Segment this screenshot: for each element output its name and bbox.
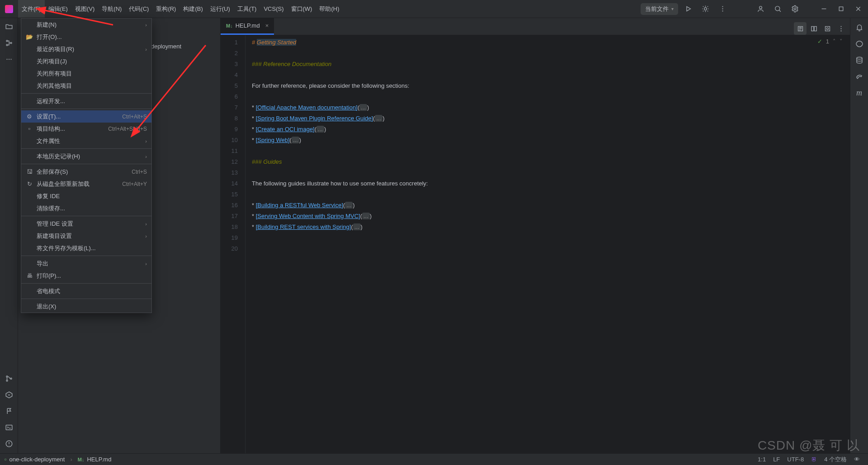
menu-save-all[interactable]: 🖫全部保存(S)Ctrl+S xyxy=(21,166,151,178)
menu-tools[interactable]: 工具(T) xyxy=(234,0,260,18)
menu-new[interactable]: 新建(N)› xyxy=(21,19,151,31)
reload-icon: ↻ xyxy=(26,180,33,188)
menu-open[interactable]: 📂打开(O)... xyxy=(21,31,151,43)
split-view-icon[interactable] xyxy=(807,22,820,35)
maven-tool-icon[interactable]: m xyxy=(854,88,864,98)
tab-help-md[interactable]: M↓ HELP.md × xyxy=(221,18,274,35)
project-tool-icon[interactable] xyxy=(4,22,14,32)
menu-export[interactable]: 导出› xyxy=(21,257,151,270)
editor-body[interactable]: ✓ 1 ˄ ˅ 1234567891011121314151617181920 … xyxy=(221,35,850,453)
menu-close-other-projects[interactable]: 关闭其他项目 xyxy=(21,80,151,92)
menu-reload-disk[interactable]: ↻从磁盘全部重新加载Ctrl+Alt+Y xyxy=(21,178,151,190)
menu-window[interactable]: 窗口(W) xyxy=(288,0,316,18)
git-tool-icon[interactable] xyxy=(4,374,14,384)
menu-invalidate-caches[interactable]: 清除缓存... xyxy=(21,202,151,214)
caret-position[interactable]: 1:1 xyxy=(758,456,766,463)
menu-print[interactable]: 🖶打印(P)... xyxy=(21,270,151,282)
menu-manage-ide-settings[interactable]: 管理 IDE 设置› xyxy=(21,218,151,230)
menu-help[interactable]: 帮助(H) xyxy=(316,0,343,18)
svg-point-15 xyxy=(6,380,8,381)
project-icon: ▫ xyxy=(5,456,7,463)
indent-info[interactable]: 4 个空格 xyxy=(824,456,847,464)
line-ending[interactable]: LF xyxy=(773,456,780,463)
menu-power-save[interactable]: 省电模式 xyxy=(21,285,151,297)
chevron-down-icon: ▾ xyxy=(671,6,674,11)
menu-build[interactable]: 构建(B) xyxy=(179,0,206,18)
database-icon[interactable] xyxy=(854,55,864,65)
left-tool-rail xyxy=(0,18,18,453)
inspection-count: 1 xyxy=(826,38,829,45)
settings-icon[interactable] xyxy=(788,2,802,16)
menu-view[interactable]: 视图(V) xyxy=(71,0,98,18)
more-icon[interactable] xyxy=(715,2,730,16)
breadcrumb-file[interactable]: HELP.md xyxy=(87,456,111,463)
menu-close-all-projects[interactable]: 关闭所有项目 xyxy=(21,67,151,80)
menu-file[interactable]: 文件(F) xyxy=(18,0,45,18)
svg-point-26 xyxy=(840,30,841,31)
close-window-icon[interactable] xyxy=(851,2,865,16)
menu-run[interactable]: 运行(U) xyxy=(207,0,234,18)
svg-point-12 xyxy=(8,59,9,60)
gradle-tool-icon[interactable] xyxy=(854,71,864,81)
svg-point-5 xyxy=(775,6,779,11)
more-tools-icon[interactable] xyxy=(4,54,14,64)
menu-vcs[interactable]: VCS(S) xyxy=(260,0,287,18)
menu-project-structure[interactable]: ▫项目结构...Ctrl+Alt+Shift+S xyxy=(21,123,151,135)
chevron-up-icon[interactable]: ˄ xyxy=(833,38,836,45)
gear-icon: ⚙ xyxy=(26,113,33,120)
preview-only-view-icon[interactable] xyxy=(821,22,834,35)
svg-point-27 xyxy=(857,57,862,59)
editor-more-icon[interactable] xyxy=(835,22,847,35)
markdown-icon: M↓ xyxy=(226,23,233,28)
account-icon[interactable] xyxy=(753,2,768,16)
menu-close-project[interactable]: 关闭项目(J) xyxy=(21,55,151,67)
build-tool-icon[interactable] xyxy=(4,406,14,416)
chevron-right-icon: › xyxy=(145,138,147,144)
menu-remote-dev[interactable]: 远程开发... xyxy=(21,95,151,107)
code-content[interactable]: # Getting Started ### Reference Document… xyxy=(245,35,428,453)
folder-open-icon: 📂 xyxy=(26,33,33,41)
search-icon[interactable] xyxy=(770,2,785,16)
terminal-tool-icon[interactable] xyxy=(4,422,14,432)
shield-icon[interactable]: ⛨ xyxy=(811,456,817,463)
chevron-right-icon: › xyxy=(145,47,147,52)
svg-point-3 xyxy=(722,10,723,11)
editor-tabs: M↓ HELP.md × xyxy=(221,18,850,35)
reader-mode-icon[interactable]: 👁 xyxy=(854,456,860,463)
inspection-widget[interactable]: ✓ 1 ˄ ˅ xyxy=(817,38,843,45)
menu-save-as-template[interactable]: 将文件另存为模板(L)... xyxy=(21,242,151,254)
svg-rect-21 xyxy=(814,26,816,31)
menu-repair-ide[interactable]: 修复 IDE xyxy=(21,190,151,202)
menu-file-properties[interactable]: 文件属性› xyxy=(21,135,151,147)
notifications-icon[interactable] xyxy=(854,23,864,33)
breadcrumb-project[interactable]: one-click-deployment xyxy=(9,456,65,463)
menu-new-project-settings[interactable]: 新建项目设置› xyxy=(21,230,151,242)
menu-edit[interactable]: 编辑(E) xyxy=(45,0,71,18)
chevron-right-icon: › xyxy=(145,22,147,28)
file-encoding[interactable]: UTF-8 xyxy=(787,456,804,463)
svg-rect-20 xyxy=(811,26,813,31)
run-config-chip[interactable]: 当前文件 ▾ xyxy=(641,3,678,15)
editor-only-view-icon[interactable] xyxy=(794,22,807,35)
menu-local-history[interactable]: 本地历史记录(H)› xyxy=(21,150,151,162)
structure-tool-icon[interactable] xyxy=(4,38,14,48)
menu-navigate[interactable]: 导航(N) xyxy=(98,0,125,18)
minimize-icon[interactable] xyxy=(816,2,831,16)
menu-refactor[interactable]: 重构(R) xyxy=(152,0,179,18)
debug-icon[interactable] xyxy=(698,2,712,16)
chevron-down-icon[interactable]: ˅ xyxy=(840,38,843,45)
maximize-icon[interactable] xyxy=(834,2,848,16)
svg-rect-17 xyxy=(6,425,12,430)
svg-point-16 xyxy=(10,378,12,380)
run-icon[interactable] xyxy=(681,2,695,16)
ai-assistant-icon[interactable] xyxy=(854,39,864,49)
menu-exit[interactable]: 退出(X) xyxy=(21,300,151,313)
problems-tool-icon[interactable] xyxy=(4,439,14,449)
close-icon[interactable]: × xyxy=(265,22,269,29)
markdown-icon: M↓ xyxy=(78,457,85,462)
menu-settings[interactable]: ⚙设置(T)...Ctrl+Alt+S xyxy=(21,110,151,123)
services-tool-icon[interactable] xyxy=(4,390,14,400)
menu-code[interactable]: 代码(C) xyxy=(125,0,152,18)
svg-rect-7 xyxy=(839,7,843,11)
menu-recent[interactable]: 最近的项目(R)› xyxy=(21,43,151,55)
